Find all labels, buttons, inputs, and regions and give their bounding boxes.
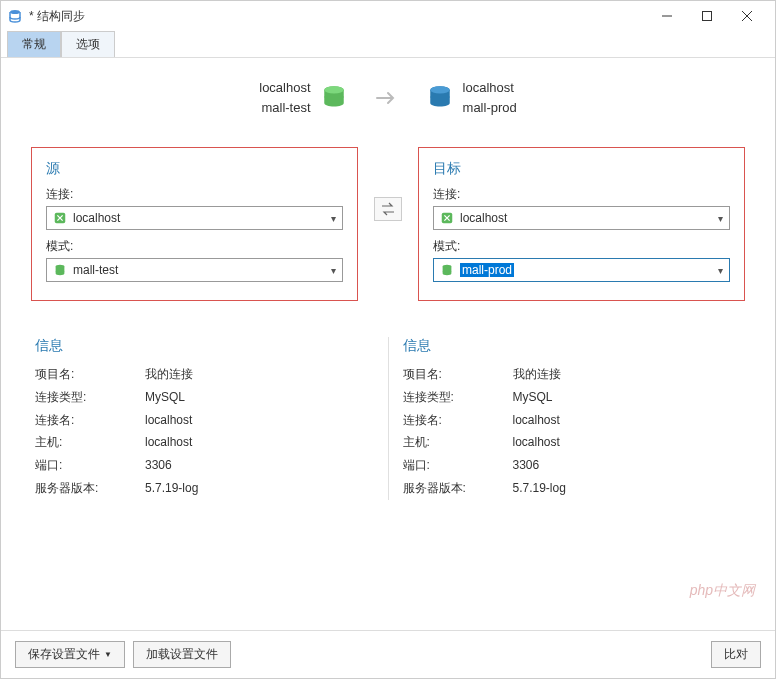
- svg-point-6: [324, 86, 344, 93]
- info-label: 项目名:: [403, 363, 513, 386]
- chevron-down-icon: ▼: [104, 650, 112, 659]
- tab-general[interactable]: 常规: [7, 31, 61, 57]
- panels-row: 源 连接: localhost ▾ 模式:: [31, 147, 745, 301]
- database-icon: [53, 263, 67, 277]
- info-line: 端口:3306: [403, 454, 742, 477]
- info-value: localhost: [513, 409, 742, 432]
- source-schema-select[interactable]: mall-test ▾: [46, 258, 343, 282]
- summary-source-text: localhost mall-test: [259, 78, 310, 117]
- info-value: 5.7.19-log: [513, 477, 742, 500]
- info-value: 3306: [145, 454, 374, 477]
- target-schema-value: mall-prod: [460, 263, 514, 277]
- info-line: 主机:localhost: [35, 431, 374, 454]
- footer-left: 保存设置文件 ▼ 加载设置文件: [15, 641, 231, 668]
- chevron-down-icon: ▾: [718, 265, 723, 276]
- target-info-title: 信息: [403, 337, 742, 355]
- info-label: 项目名:: [35, 363, 145, 386]
- sync-summary: localhost mall-test localhost mall-prod: [31, 78, 745, 117]
- target-schema-label: 模式:: [433, 238, 730, 255]
- svg-point-8: [430, 86, 450, 93]
- info-line: 项目名:我的连接: [35, 363, 374, 386]
- load-profile-button[interactable]: 加载设置文件: [133, 641, 231, 668]
- info-line: 服务器版本:5.7.19-log: [35, 477, 374, 500]
- info-value: 3306: [513, 454, 742, 477]
- info-line: 项目名:我的连接: [403, 363, 742, 386]
- chevron-down-icon: ▾: [718, 213, 723, 224]
- summary-target: localhost mall-prod: [427, 78, 517, 117]
- window-title: * 结构同步: [29, 8, 653, 25]
- save-profile-label: 保存设置文件: [28, 646, 100, 663]
- load-profile-label: 加载设置文件: [146, 646, 218, 663]
- info-list: 项目名:我的连接连接类型:MySQL连接名:localhost主机:localh…: [403, 363, 742, 500]
- app-icon: [7, 8, 23, 24]
- tab-options[interactable]: 选项: [61, 31, 115, 57]
- info-label: 连接类型:: [35, 386, 145, 409]
- source-connection-select[interactable]: localhost ▾: [46, 206, 343, 230]
- target-schema-select[interactable]: mall-prod ▾: [433, 258, 730, 282]
- info-value: localhost: [145, 409, 374, 432]
- info-value: 我的连接: [513, 363, 742, 386]
- info-line: 连接类型:MySQL: [403, 386, 742, 409]
- source-info: 信息 项目名:我的连接连接类型:MySQL连接名:localhost主机:loc…: [31, 337, 378, 500]
- summary-source-host: localhost: [259, 78, 310, 98]
- info-line: 主机:localhost: [403, 431, 742, 454]
- info-value: 我的连接: [145, 363, 374, 386]
- info-line: 连接名:localhost: [403, 409, 742, 432]
- info-value: 5.7.19-log: [145, 477, 374, 500]
- info-label: 服务器版本:: [35, 477, 145, 500]
- minimize-button[interactable]: [653, 6, 681, 26]
- compare-button[interactable]: 比对: [711, 641, 761, 668]
- close-button[interactable]: [733, 6, 761, 26]
- target-panel-title: 目标: [433, 160, 730, 178]
- window-frame: * 结构同步 常规 选项 localhost mall-test: [0, 0, 776, 679]
- database-icon: [440, 263, 454, 277]
- panel-gap: [358, 147, 418, 221]
- info-label: 连接类型:: [403, 386, 513, 409]
- target-connection-select[interactable]: localhost ▾: [433, 206, 730, 230]
- source-connection-label: 连接:: [46, 186, 343, 203]
- save-profile-button[interactable]: 保存设置文件 ▼: [15, 641, 125, 668]
- database-icon: [321, 85, 347, 111]
- info-divider: [388, 337, 389, 500]
- database-icon: [427, 85, 453, 111]
- connection-icon: [440, 211, 454, 225]
- chevron-down-icon: ▾: [331, 213, 336, 224]
- maximize-button[interactable]: [693, 6, 721, 26]
- summary-target-host: localhost: [463, 78, 517, 98]
- swap-button[interactable]: [374, 197, 402, 221]
- source-schema-value: mall-test: [73, 263, 118, 277]
- source-connection-value: localhost: [73, 211, 120, 225]
- summary-source-schema: mall-test: [259, 98, 310, 118]
- footer: 保存设置文件 ▼ 加载设置文件 比对: [1, 630, 775, 678]
- summary-source: localhost mall-test: [259, 78, 346, 117]
- info-label: 连接名:: [403, 409, 513, 432]
- info-line: 连接名:localhost: [35, 409, 374, 432]
- info-label: 主机:: [403, 431, 513, 454]
- info-list: 项目名:我的连接连接类型:MySQL连接名:localhost主机:localh…: [35, 363, 374, 500]
- summary-target-schema: mall-prod: [463, 98, 517, 118]
- target-connection-value: localhost: [460, 211, 507, 225]
- info-label: 主机:: [35, 431, 145, 454]
- info-label: 端口:: [403, 454, 513, 477]
- arrow-icon: [375, 90, 399, 106]
- info-value: MySQL: [145, 386, 374, 409]
- content-area: localhost mall-test localhost mall-prod: [1, 58, 775, 630]
- titlebar: * 结构同步: [1, 1, 775, 31]
- info-value: MySQL: [513, 386, 742, 409]
- info-line: 端口:3306: [35, 454, 374, 477]
- svg-point-0: [10, 10, 20, 14]
- summary-target-text: localhost mall-prod: [463, 78, 517, 117]
- tab-bar: 常规 选项: [1, 31, 775, 58]
- info-line: 连接类型:MySQL: [35, 386, 374, 409]
- compare-label: 比对: [724, 646, 748, 663]
- source-schema-label: 模式:: [46, 238, 343, 255]
- chevron-down-icon: ▾: [331, 265, 336, 276]
- window-controls: [653, 6, 769, 26]
- target-info: 信息 项目名:我的连接连接类型:MySQL连接名:localhost主机:loc…: [399, 337, 746, 500]
- source-panel: 源 连接: localhost ▾ 模式:: [31, 147, 358, 301]
- info-label: 服务器版本:: [403, 477, 513, 500]
- info-value: localhost: [513, 431, 742, 454]
- source-info-title: 信息: [35, 337, 374, 355]
- info-row: 信息 项目名:我的连接连接类型:MySQL连接名:localhost主机:loc…: [31, 337, 745, 500]
- connection-icon: [53, 211, 67, 225]
